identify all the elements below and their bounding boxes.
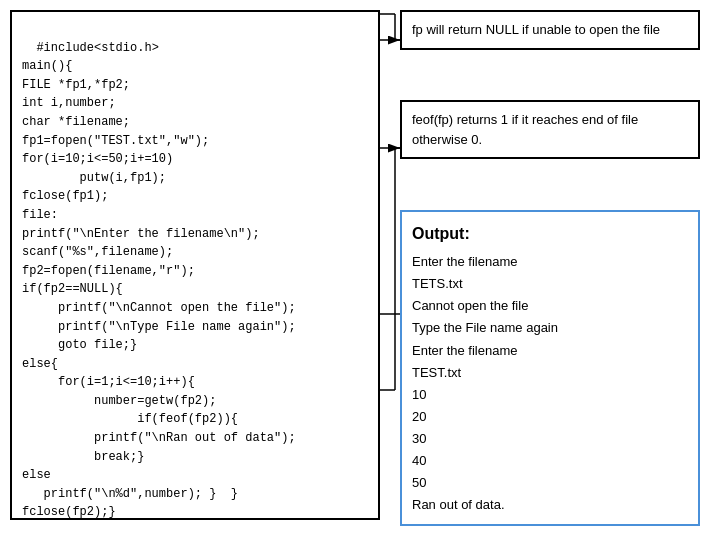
output-line: Enter the filename <box>412 340 688 362</box>
output-line: Cannot open the file <box>412 295 688 317</box>
annotation-top-text: fp will return NULL if unable to open th… <box>412 22 660 37</box>
output-line: Type the File name again <box>412 317 688 339</box>
output-box: Output: Enter the filenameTETS.txtCannot… <box>400 210 700 526</box>
output-line: 40 <box>412 450 688 472</box>
output-line: Enter the filename <box>412 251 688 273</box>
annotation-null-note: fp will return NULL if unable to open th… <box>400 10 700 50</box>
output-line: 10 <box>412 384 688 406</box>
output-line: 20 <box>412 406 688 428</box>
output-line: Ran out of data. <box>412 494 688 516</box>
output-lines: Enter the filenameTETS.txtCannot open th… <box>412 251 688 516</box>
annotation-middle-text: feof(fp) returns 1 if it reaches end of … <box>412 112 638 147</box>
output-line: TETS.txt <box>412 273 688 295</box>
code-block: #include<stdio.h> main(){ FILE *fp1,*fp2… <box>10 10 380 520</box>
annotation-feof-note: feof(fp) returns 1 if it reaches end of … <box>400 100 700 159</box>
output-line: TEST.txt <box>412 362 688 384</box>
code-text: #include<stdio.h> main(){ FILE *fp1,*fp2… <box>22 41 296 520</box>
output-line: 30 <box>412 428 688 450</box>
output-line: 50 <box>412 472 688 494</box>
output-title: Output: <box>412 220 688 247</box>
